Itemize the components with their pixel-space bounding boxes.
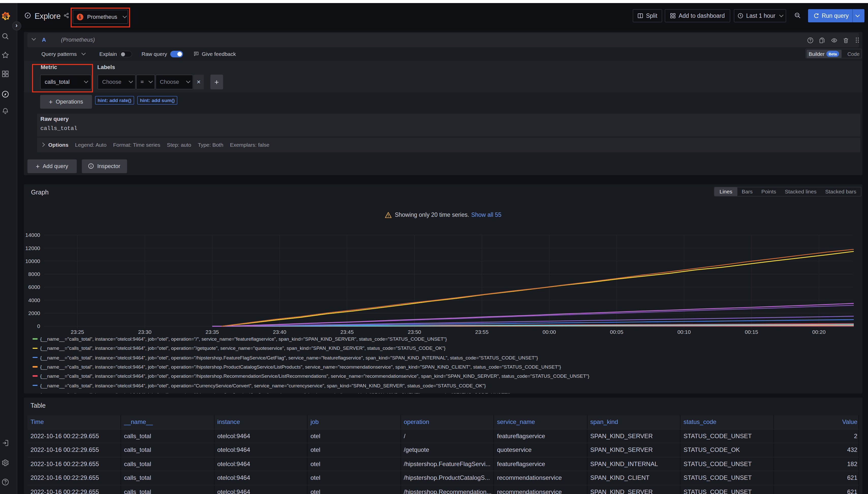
svg-text:10000: 10000 — [25, 258, 40, 264]
svg-text:23:50: 23:50 — [408, 329, 421, 335]
svg-text:4000: 4000 — [28, 297, 40, 303]
svg-text:23:25: 23:25 — [71, 329, 84, 335]
svg-text:23:40: 23:40 — [273, 329, 286, 335]
svg-text:00:00: 00:00 — [543, 329, 556, 335]
svg-text:00:15: 00:15 — [745, 329, 758, 335]
svg-text:8000: 8000 — [28, 271, 40, 277]
svg-text:2000: 2000 — [28, 310, 40, 316]
svg-text:00:10: 00:10 — [677, 329, 691, 335]
svg-text:12000: 12000 — [25, 245, 40, 251]
svg-text:23:35: 23:35 — [205, 329, 219, 335]
svg-text:6000: 6000 — [28, 284, 40, 290]
svg-text:0: 0 — [37, 323, 40, 329]
svg-text:23:55: 23:55 — [475, 329, 489, 335]
svg-text:23:30: 23:30 — [138, 329, 152, 335]
svg-text:23:45: 23:45 — [340, 329, 354, 335]
svg-text:00:20: 00:20 — [812, 329, 826, 335]
svg-text:14000: 14000 — [25, 232, 40, 238]
svg-text:00:05: 00:05 — [610, 329, 623, 335]
